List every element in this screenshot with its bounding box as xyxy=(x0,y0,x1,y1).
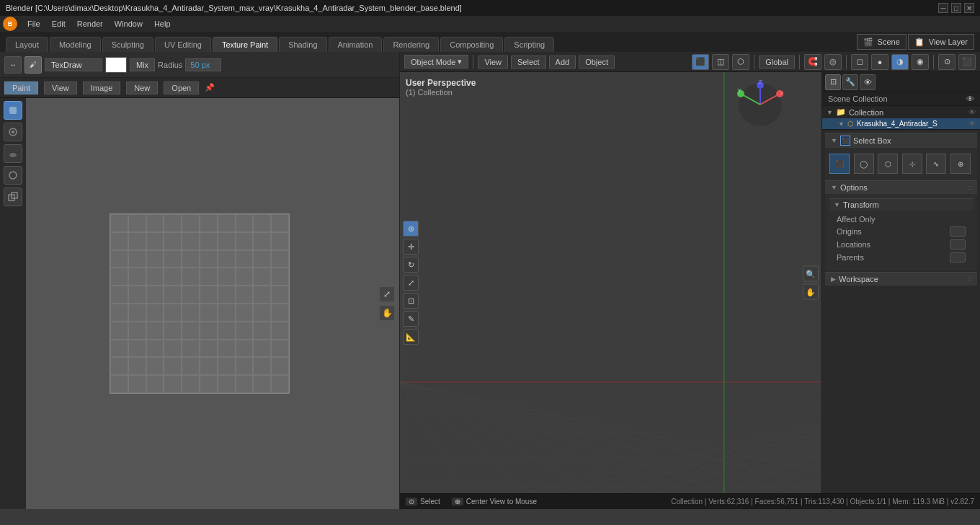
origins-toggle[interactable] xyxy=(950,226,966,237)
collection-eye-icon[interactable]: 👁 xyxy=(968,108,976,116)
grid-cell xyxy=(146,375,164,393)
annotate-btn[interactable]: ✎ xyxy=(403,311,419,327)
brush-name-input[interactable]: TexDraw xyxy=(45,58,102,71)
menu-render[interactable]: Render xyxy=(71,18,109,30)
paint-menu-btn[interactable]: Paint xyxy=(4,81,38,94)
overlays-btn[interactable]: ⊙ xyxy=(938,54,956,70)
snap-btn[interactable]: 🧲 xyxy=(804,54,821,70)
menu-file[interactable]: File xyxy=(22,18,46,30)
move-tool-btn[interactable]: ✛ xyxy=(403,239,419,255)
n-tab-tool[interactable]: 🔧 xyxy=(842,74,858,90)
select-box-header[interactable]: ▼ ⬛ Select Box xyxy=(825,133,977,148)
menu-help[interactable]: Help xyxy=(148,18,177,30)
grid-cell xyxy=(200,375,218,393)
close-button[interactable]: ✕ xyxy=(964,3,974,13)
material-shading-btn[interactable]: ◑ xyxy=(891,54,909,70)
select-tool-5[interactable]: ∿ xyxy=(926,154,946,174)
select-tool-2[interactable]: ◯ xyxy=(854,154,874,174)
grid-cell xyxy=(253,375,271,393)
grid-cell xyxy=(182,322,200,340)
solid-shading-btn[interactable]: ● xyxy=(871,54,888,70)
select-tool-4[interactable]: ⊹ xyxy=(902,154,922,174)
select-mode-face-btn[interactable]: ⬡ xyxy=(732,54,749,70)
select-mode-vert-btn[interactable]: ⬛ xyxy=(692,54,709,70)
select-tool-3[interactable]: ⬡ xyxy=(878,154,898,174)
maximize-button[interactable]: □ xyxy=(951,3,961,13)
zoom-fit-btn[interactable]: ⤢ xyxy=(379,286,395,302)
draw-brush-btn[interactable] xyxy=(4,101,22,120)
n-tab-view[interactable]: 👁 xyxy=(860,74,876,90)
workspace-tabs: Layout Modeling Sculpting UV Editing Tex… xyxy=(0,32,980,52)
view-menu-vp-btn[interactable]: View xyxy=(478,56,508,69)
open-btn[interactable]: Open xyxy=(164,81,199,94)
menu-edit[interactable]: Edit xyxy=(46,18,71,30)
transform-header[interactable]: ▼ Transform xyxy=(829,198,973,211)
minimize-button[interactable]: ─ xyxy=(938,3,948,13)
tab-modeling[interactable]: Modeling xyxy=(50,37,101,52)
render-shading-btn[interactable]: ◉ xyxy=(912,54,929,70)
tab-compositing[interactable]: Compositing xyxy=(440,37,503,52)
tab-texture-paint[interactable]: Texture Paint xyxy=(213,37,277,52)
object-name-label: Krasukha_4_Antiradar_S xyxy=(857,120,937,128)
smear-brush-btn[interactable] xyxy=(4,166,22,185)
select-box-content: ⬛ ◯ ⬡ ⊹ ∿ ⊕ xyxy=(825,148,977,180)
object-item[interactable]: ▼ ⬡ Krasukha_4_Antiradar_S 👁 xyxy=(822,118,980,129)
soften-brush-btn[interactable] xyxy=(4,144,22,163)
proportional-btn[interactable]: ◎ xyxy=(824,54,842,70)
parents-toggle[interactable] xyxy=(950,252,966,262)
select-tool-1[interactable]: ⬛ xyxy=(829,154,850,174)
transform-orientation-btn[interactable]: Global xyxy=(759,56,795,69)
clone-brush-btn[interactable] xyxy=(4,188,22,206)
tab-uv-editing[interactable]: UV Editing xyxy=(155,37,211,52)
n-tab-item[interactable]: ⊡ xyxy=(825,74,841,90)
wire-shading-btn[interactable]: ◻ xyxy=(851,54,868,70)
workspace-header[interactable]: ▶ Workspace :: xyxy=(825,272,977,286)
pan-btn[interactable]: ✋ xyxy=(379,305,395,321)
add-menu-btn[interactable]: Add xyxy=(549,56,576,69)
tab-rendering[interactable]: Rendering xyxy=(383,37,439,52)
scale-tool-btn[interactable]: ⤢ xyxy=(403,275,419,291)
collection-item[interactable]: ▼ 📁 Collection 👁 xyxy=(822,106,980,118)
tab-sculpting[interactable]: Sculpting xyxy=(102,37,153,52)
select-menu-btn[interactable]: Select xyxy=(511,56,546,69)
select-mode-edge-btn[interactable]: ◫ xyxy=(712,54,729,70)
transform-content: Affect Only Origins Locations xyxy=(829,211,973,267)
3d-viewport[interactable]: User Perspective (1) Collection Z xyxy=(400,72,821,493)
tab-scripting[interactable]: Scripting xyxy=(504,37,554,52)
transform-tool-btn[interactable]: ↔ xyxy=(4,56,22,74)
xray-btn[interactable]: ⬛ xyxy=(958,54,976,70)
menu-window[interactable]: Window xyxy=(109,18,148,30)
object-menu-btn[interactable]: Object xyxy=(579,56,615,69)
object-mode-btn[interactable]: Object Mode ▾ xyxy=(404,55,468,69)
tab-layout[interactable]: Layout xyxy=(6,37,48,52)
color-picker[interactable] xyxy=(105,57,127,73)
navigation-gizmo[interactable]: Z X Y xyxy=(735,79,785,130)
radius-value[interactable]: 50 px xyxy=(185,58,221,71)
tab-animation[interactable]: Animation xyxy=(329,37,383,52)
image-menu-btn[interactable]: Image xyxy=(83,81,121,94)
grid-cell xyxy=(146,322,164,340)
transform-tool-btn[interactable]: ⊡ xyxy=(403,293,419,309)
pan-vp-btn[interactable]: ✋ xyxy=(803,284,819,300)
brush-tool-btn[interactable]: 🖌 xyxy=(24,56,42,74)
rotate-tool-btn[interactable]: ↻ xyxy=(403,257,419,273)
grid-cell xyxy=(164,340,182,358)
cursor-tool-btn[interactable]: ⊕ xyxy=(403,221,419,237)
scene-selector[interactable]: 🎬 Scene xyxy=(857,34,906,50)
blend-mode-dropdown[interactable]: Mix xyxy=(130,58,155,71)
locations-toggle[interactable] xyxy=(950,239,966,250)
grid-cell xyxy=(253,250,271,268)
object-eye-icon[interactable]: 👁 xyxy=(968,120,976,128)
tab-shading[interactable]: Shading xyxy=(279,37,326,52)
zoom-vp-btn[interactable]: 🔍 xyxy=(803,266,819,282)
eye-toggle-icon[interactable]: 👁 xyxy=(966,94,974,103)
window-controls[interactable]: ─ □ ✕ xyxy=(938,3,974,13)
view-layer-selector[interactable]: 📋 View Layer xyxy=(908,34,974,50)
fill-brush-btn[interactable] xyxy=(4,123,22,141)
options-header[interactable]: ▼ Options :: xyxy=(825,180,977,194)
new-btn[interactable]: New xyxy=(126,81,158,94)
view-menu-btn[interactable]: View xyxy=(44,81,77,94)
stats-label: Collection | Verts:62,316 | Faces:56,751… xyxy=(671,498,974,506)
measure-btn[interactable]: 📐 xyxy=(403,329,419,345)
select-tool-6[interactable]: ⊕ xyxy=(950,154,971,174)
